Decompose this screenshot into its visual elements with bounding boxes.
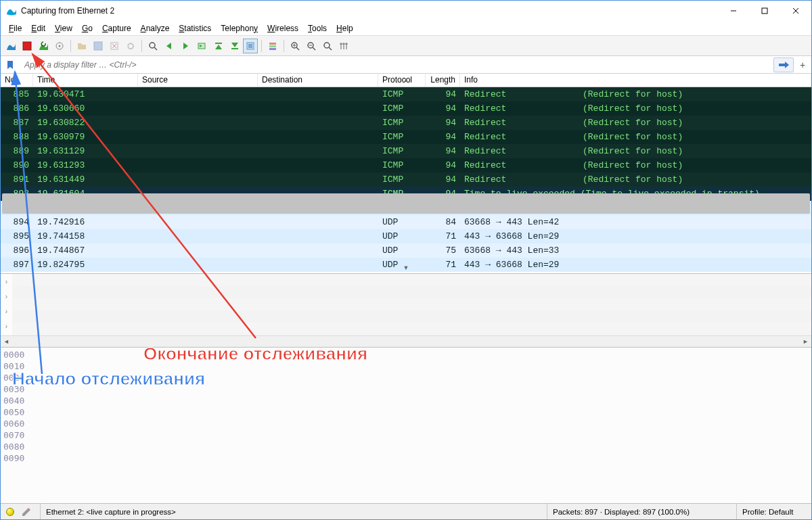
zoom-in-button[interactable] <box>288 39 302 53</box>
svg-line-12 <box>154 47 157 50</box>
expand-toggle-icon[interactable]: › <box>1 304 12 318</box>
scroll-up-icon[interactable]: ▲ <box>1 74 811 85</box>
packet-row[interactable]: 88919.631129ICMP94Redirect(Redirect for … <box>1 144 811 158</box>
packet-row[interactable]: 89619.744867UDP7563668 → 443 Len=33 <box>1 243 811 258</box>
go-to-packet-button[interactable] <box>194 39 209 53</box>
zoom-reset-button[interactable] <box>320 39 335 53</box>
menu-telephony[interactable]: Telephony <box>217 22 262 34</box>
open-file-button[interactable] <box>74 39 89 53</box>
auto-scroll-button[interactable] <box>243 39 258 53</box>
menu-analyze[interactable]: Analyze <box>137 22 174 34</box>
scroll-left-icon[interactable]: ◄ <box>1 336 12 347</box>
svg-line-25 <box>313 47 315 50</box>
go-first-button[interactable] <box>210 39 225 53</box>
stop-capture-button[interactable] <box>20 39 35 53</box>
svg-point-27 <box>324 43 330 48</box>
go-forward-button[interactable] <box>178 39 193 53</box>
packet-row[interactable]: 89019.631293ICMP94Redirect(Redirect for … <box>1 158 811 172</box>
find-button[interactable] <box>145 39 160 53</box>
hex-line: 0050 <box>3 406 809 418</box>
svg-rect-4 <box>23 42 31 50</box>
filter-bookmark-icon[interactable] <box>3 58 17 72</box>
status-interface: Ethernet 2: <live capture in progress> <box>41 504 547 519</box>
packet-row[interactable]: 88819.630979ICMP94Redirect(Redirect for … <box>1 130 811 144</box>
svg-rect-19 <box>269 48 276 50</box>
filter-add-button[interactable]: + <box>796 60 809 70</box>
menubar: File Edit View Go Capture Analyze Statis… <box>1 21 811 36</box>
expand-toggle-icon[interactable]: › <box>1 318 12 333</box>
titlebar: Capturing from Ethernet 2 <box>1 1 811 21</box>
svg-rect-1 <box>762 8 767 14</box>
zoom-out-button[interactable] <box>304 39 319 53</box>
filter-bar: + <box>1 56 811 74</box>
svg-rect-15 <box>231 48 238 49</box>
packet-row[interactable]: 88719.630822ICMP94Redirect(Redirect for … <box>1 116 811 130</box>
wireshark-logo-icon <box>6 5 17 16</box>
packet-row[interactable]: 88519.630471ICMP94Redirect(Redirect for … <box>1 87 811 101</box>
menu-go[interactable]: Go <box>78 22 97 34</box>
scroll-thumb[interactable] <box>2 193 810 214</box>
svg-point-6 <box>59 45 61 47</box>
packet-row[interactable]: 89519.744158UDP71443 → 63668 Len=29 <box>1 229 811 243</box>
go-last-button[interactable] <box>227 39 242 53</box>
restart-capture-button[interactable] <box>36 39 51 53</box>
colorize-button[interactable] <box>265 39 280 53</box>
svg-rect-14 <box>215 43 222 44</box>
scroll-right-icon[interactable]: ► <box>800 336 811 347</box>
menu-tools[interactable]: Tools <box>304 22 331 34</box>
menu-statistics[interactable]: Statistics <box>175 22 215 34</box>
menu-edit[interactable]: Edit <box>27 22 49 34</box>
expert-info-led-icon[interactable] <box>6 508 14 516</box>
capture-options-button[interactable] <box>52 39 67 53</box>
hex-line: 0060 <box>3 418 809 429</box>
maximize-button[interactable] <box>749 1 780 21</box>
go-back-button[interactable] <box>162 39 177 53</box>
hex-line: 0020 <box>3 372 809 383</box>
details-expand-gutter[interactable]: › › › › <box>1 274 12 335</box>
status-packet-count: Packets: 897 · Displayed: 897 (100.0%) <box>547 504 737 519</box>
expand-toggle-icon[interactable]: › <box>1 289 12 304</box>
menu-capture[interactable]: Capture <box>98 22 135 34</box>
svg-rect-7 <box>94 42 102 50</box>
svg-rect-18 <box>269 45 276 47</box>
packet-bytes-pane[interactable]: 0000001000200030004000500060007000800090 <box>1 348 811 503</box>
packet-rows[interactable]: 88519.630471ICMP94Redirect(Redirect for … <box>1 87 811 272</box>
menu-help[interactable]: Help <box>332 22 357 34</box>
expand-toggle-icon[interactable]: › <box>1 274 12 289</box>
hex-line: 0000 <box>3 349 809 360</box>
minimize-button[interactable] <box>718 1 749 21</box>
filter-apply-button[interactable] <box>773 57 794 72</box>
packet-row[interactable]: 89419.742916UDP8463668 → 443 Len=42 <box>1 215 811 229</box>
packet-details-pane[interactable]: › › › › ◄ ► <box>1 273 811 348</box>
statusbar: Ethernet 2: <live capture in progress> P… <box>1 503 811 519</box>
hex-line: 0090 <box>3 452 809 464</box>
packet-row[interactable]: 88619.630660ICMP94Redirect(Redirect for … <box>1 101 811 116</box>
packet-list-pane: No. Time Source Destination Protocol Len… <box>1 74 811 273</box>
menu-file[interactable]: File <box>5 22 26 34</box>
scroll-down-icon[interactable]: ▼ <box>1 262 811 273</box>
hex-line: 0030 <box>3 383 809 395</box>
hex-line: 0080 <box>3 441 809 452</box>
toolbar <box>1 36 811 56</box>
reload-button[interactable] <box>123 39 138 53</box>
display-filter-input[interactable] <box>20 57 771 72</box>
svg-line-21 <box>296 47 299 50</box>
svg-line-28 <box>329 47 332 50</box>
close-button[interactable] <box>780 1 811 21</box>
svg-rect-17 <box>269 43 276 45</box>
status-profile[interactable]: Profile: Default <box>737 504 811 519</box>
save-file-button[interactable] <box>91 39 106 53</box>
resize-columns-button[interactable] <box>336 39 351 53</box>
svg-point-11 <box>150 43 155 48</box>
packet-row[interactable]: 89119.631449ICMP94Redirect(Redirect for … <box>1 172 811 187</box>
details-hscrollbar[interactable]: ◄ ► <box>1 335 811 347</box>
edit-capture-comment-icon[interactable] <box>21 506 32 517</box>
start-capture-button[interactable] <box>3 39 18 53</box>
menu-view[interactable]: View <box>51 22 76 34</box>
close-file-button[interactable] <box>107 39 122 53</box>
hex-line: 0070 <box>3 429 809 441</box>
hex-line: 0010 <box>3 360 809 372</box>
menu-wireless[interactable]: Wireless <box>263 22 302 34</box>
hex-line: 0040 <box>3 395 809 406</box>
window-title: Capturing from Ethernet 2 <box>21 6 718 16</box>
